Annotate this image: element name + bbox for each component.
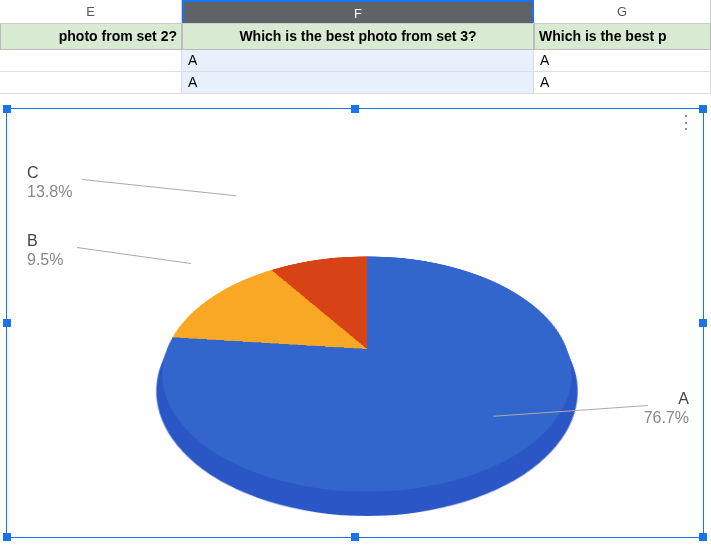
resize-handle[interactable] <box>699 319 707 327</box>
resize-handle[interactable] <box>699 533 707 541</box>
header-row: photo from set 2? Which is the best phot… <box>0 24 711 50</box>
slice-label-b: B 9.5% <box>27 231 63 269</box>
cell[interactable]: A <box>534 50 711 72</box>
chart-object[interactable]: ⋮ C 13.8% B 9.5% A 76.7% <box>6 108 704 538</box>
cell[interactable]: A <box>534 72 711 94</box>
header-cell-f[interactable]: Which is the best photo from set 3? <box>182 24 534 50</box>
resize-handle[interactable] <box>3 105 11 113</box>
pie-chart <box>167 149 567 489</box>
slice-name: B <box>27 231 63 250</box>
slice-name: A <box>644 389 689 408</box>
cell[interactable] <box>0 50 182 72</box>
cell[interactable]: A <box>182 72 534 94</box>
chart-menu-button[interactable]: ⋮ <box>677 119 693 141</box>
resize-handle[interactable] <box>3 533 11 541</box>
slice-label-c: C 13.8% <box>27 163 72 201</box>
resize-handle[interactable] <box>351 533 359 541</box>
resize-handle[interactable] <box>3 319 11 327</box>
slice-percent: 76.7% <box>644 408 689 427</box>
cell[interactable] <box>0 72 182 94</box>
slice-percent: 9.5% <box>27 250 63 269</box>
column-header-e[interactable]: E <box>0 0 182 23</box>
slice-name: C <box>27 163 72 182</box>
slice-percent: 13.8% <box>27 182 72 201</box>
table-row: A A <box>0 72 711 94</box>
header-cell-e[interactable]: photo from set 2? <box>0 24 182 50</box>
resize-handle[interactable] <box>699 105 707 113</box>
header-cell-g[interactable]: Which is the best p <box>534 24 711 50</box>
table-row: A A <box>0 50 711 72</box>
column-header-g[interactable]: G <box>534 0 711 23</box>
slice-label-a: A 76.7% <box>644 389 689 427</box>
cell[interactable]: A <box>182 50 534 72</box>
column-header-f[interactable]: F <box>182 0 534 23</box>
column-letter-row: E F G <box>0 0 711 24</box>
resize-handle[interactable] <box>351 105 359 113</box>
more-vert-icon: ⋮ <box>677 119 693 125</box>
